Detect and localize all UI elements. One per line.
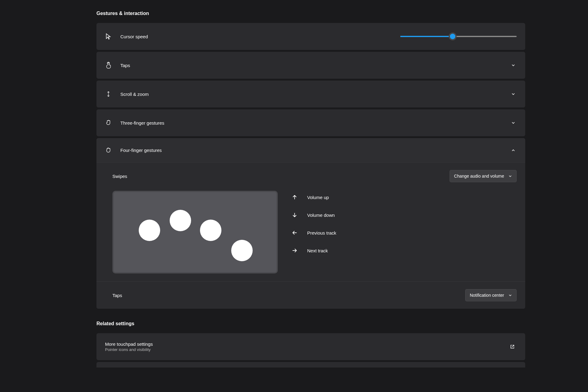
gesture-down: Volume down: [292, 212, 336, 218]
cursor-speed-label: Cursor speed: [120, 34, 148, 39]
touchpad-diagram: [112, 191, 278, 273]
swipes-dropdown-value: Change audio and volume: [454, 174, 504, 179]
hand-icon: [105, 147, 112, 154]
row-partial: [96, 362, 525, 368]
cursor-icon: [105, 33, 112, 40]
row-cursor-speed: Cursor speed: [96, 23, 525, 50]
arrow-up-icon: [292, 194, 297, 200]
swipes-label: Swipes: [112, 174, 127, 179]
open-external-icon: [510, 344, 515, 349]
section-header-gestures: Gestures & interaction: [96, 11, 525, 16]
three-finger-label: Three-finger gestures: [120, 120, 164, 126]
four-finger-taps-dropdown-value: Notification center: [470, 293, 504, 298]
gesture-list: Volume up Volume down Prev: [292, 191, 336, 253]
scroll-zoom-icon: [105, 91, 112, 97]
gesture-down-label: Volume down: [307, 213, 335, 218]
hand-icon: [105, 119, 112, 126]
chevron-down-icon: [511, 121, 515, 125]
taps-label: Taps: [120, 63, 130, 68]
row-more-touchpad-settings[interactable]: More touchpad settings Pointer icons and…: [96, 333, 525, 360]
chevron-down-icon: [508, 174, 512, 178]
arrow-right-icon: [292, 248, 297, 253]
scroll-zoom-label: Scroll & zoom: [120, 92, 149, 97]
chevron-down-icon: [508, 293, 512, 297]
cursor-speed-slider[interactable]: [400, 33, 517, 40]
row-taps[interactable]: Taps: [96, 52, 525, 79]
four-finger-taps-label: Taps: [112, 293, 122, 298]
svg-point-0: [108, 94, 109, 95]
gesture-right-label: Next track: [307, 248, 328, 253]
gesture-left: Previous track: [292, 230, 336, 236]
more-touchpad-title: More touchpad settings: [105, 341, 153, 347]
gesture-up-label: Volume up: [307, 195, 329, 200]
row-scroll-zoom[interactable]: Scroll & zoom: [96, 81, 525, 107]
chevron-up-icon: [511, 148, 515, 153]
chevron-down-icon: [511, 63, 515, 67]
four-finger-label: Four-finger gestures: [120, 148, 162, 153]
row-three-finger[interactable]: Three-finger gestures: [96, 109, 525, 136]
arrow-left-icon: [292, 230, 297, 236]
gesture-left-label: Previous track: [307, 230, 336, 236]
more-touchpad-subtitle: Pointer icons and visibility: [105, 347, 151, 352]
swipes-dropdown[interactable]: Change audio and volume: [450, 170, 517, 182]
row-four-finger: Four-finger gestures Swipes Change audio…: [96, 138, 525, 309]
chevron-down-icon: [511, 92, 515, 96]
section-header-related: Related settings: [96, 321, 525, 326]
row-four-finger-header[interactable]: Four-finger gestures: [96, 138, 525, 163]
arrow-down-icon: [292, 212, 297, 218]
gesture-right: Next track: [292, 248, 336, 253]
tap-icon: [105, 62, 112, 69]
four-finger-taps-dropdown[interactable]: Notification center: [465, 289, 517, 301]
gesture-up: Volume up: [292, 194, 336, 200]
